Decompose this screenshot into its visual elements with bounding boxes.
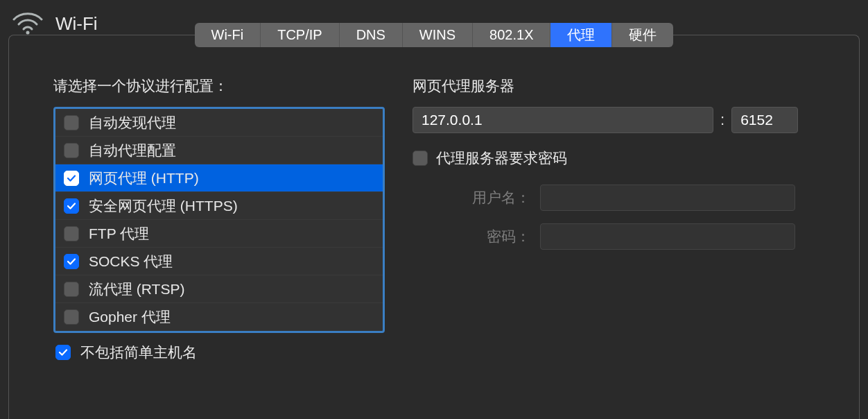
tab-proxy[interactable]: 代理 <box>550 23 612 47</box>
proxy-host-input[interactable] <box>413 107 713 133</box>
protocol-label: 流代理 (RTSP) <box>89 280 184 299</box>
auth-required-row: 代理服务器要求密码 <box>413 148 805 168</box>
protocol-auto-config[interactable]: 自动代理配置 <box>55 137 383 164</box>
protocol-label: 自动发现代理 <box>89 113 176 132</box>
checkbox-rtsp[interactable] <box>64 282 79 297</box>
exclude-label: 不包括简单主机名 <box>80 343 197 362</box>
protocol-label: SOCKS 代理 <box>89 252 173 271</box>
protocol-gopher[interactable]: Gopher 代理 <box>55 303 383 331</box>
protocol-label: 网页代理 (HTTP) <box>89 169 199 188</box>
password-row: 密码： <box>413 223 805 250</box>
host-port-separator: : <box>720 111 724 129</box>
protocol-label: 自动代理配置 <box>89 141 176 160</box>
server-input-row: : <box>413 107 805 133</box>
tab-wifi[interactable]: Wi-Fi <box>195 23 261 47</box>
protocol-http[interactable]: 网页代理 (HTTP) <box>55 164 383 192</box>
proxy-port-input[interactable] <box>731 107 798 133</box>
protocol-auto-discover[interactable]: 自动发现代理 <box>55 109 383 137</box>
checkbox-socks[interactable] <box>64 254 79 269</box>
tab-wins[interactable]: WINS <box>403 23 473 47</box>
tab-tcpip[interactable]: TCP/IP <box>261 23 339 47</box>
protocol-socks[interactable]: SOCKS 代理 <box>55 248 383 275</box>
checkbox-exclude-simple[interactable] <box>55 345 71 360</box>
tab-bar: Wi-Fi TCP/IP DNS WINS 802.1X 代理 硬件 <box>9 23 859 47</box>
checkbox-http[interactable] <box>64 171 79 186</box>
server-section-label: 网页代理服务器 <box>413 76 805 96</box>
password-label: 密码： <box>413 227 540 246</box>
protocol-section-label: 请选择一个协议进行配置： <box>53 76 385 96</box>
protocol-label: FTP 代理 <box>89 224 149 243</box>
protocol-https[interactable]: 安全网页代理 (HTTPS) <box>55 192 383 220</box>
checkbox-ftp[interactable] <box>64 226 79 241</box>
protocol-label: Gopher 代理 <box>89 307 171 327</box>
username-input <box>540 185 795 211</box>
checkbox-gopher[interactable] <box>64 309 79 325</box>
protocol-rtsp[interactable]: 流代理 (RTSP) <box>55 275 383 303</box>
tab-hardware[interactable]: 硬件 <box>612 23 673 47</box>
tab-dns[interactable]: DNS <box>340 23 403 47</box>
username-label: 用户名： <box>413 188 540 207</box>
password-input <box>540 223 795 250</box>
protocol-label: 安全网页代理 (HTTPS) <box>89 196 238 216</box>
auth-label: 代理服务器要求密码 <box>436 148 567 168</box>
protocol-list[interactable]: 自动发现代理 自动代理配置 网页代理 (HTTP) 安全网页代理 (HTTPS)… <box>53 107 385 333</box>
protocol-ftp[interactable]: FTP 代理 <box>55 220 383 248</box>
exclude-simple-hostnames-row: 不包括简单主机名 <box>53 343 385 362</box>
checkbox-auto-discover[interactable] <box>64 115 79 130</box>
tab-8021x[interactable]: 802.1X <box>473 23 550 47</box>
checkbox-https[interactable] <box>64 198 79 214</box>
checkbox-auto-config[interactable] <box>64 143 79 158</box>
content-panel: Wi-Fi TCP/IP DNS WINS 802.1X 代理 硬件 请选择一个… <box>8 35 860 419</box>
checkbox-auth-required[interactable] <box>413 151 428 166</box>
username-row: 用户名： <box>413 185 805 211</box>
